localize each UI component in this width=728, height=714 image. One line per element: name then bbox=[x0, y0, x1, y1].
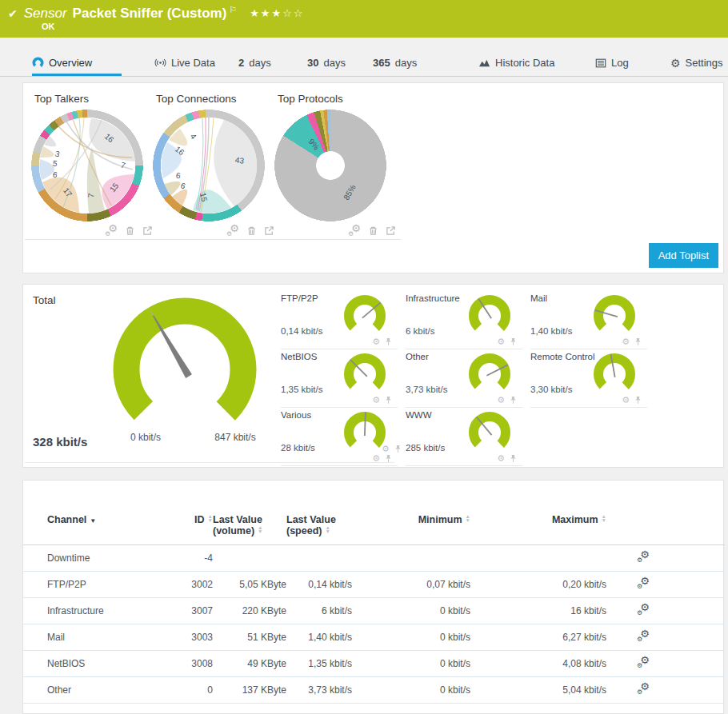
priority-stars[interactable]: ★★★☆☆ bbox=[250, 7, 304, 19]
channel-gauges-grid: FTP/P2P 0,14 kbit/s ⚙ Infrastructure 6 k… bbox=[281, 291, 655, 466]
live-signal-icon bbox=[154, 57, 166, 69]
table-row-mail: Mail 3003 51 KByte 1,40 kbit/s 0 kbit/s … bbox=[23, 624, 725, 651]
channel-title: Other bbox=[406, 352, 429, 361]
chord-value-label: 5 bbox=[52, 159, 58, 169]
gear-icon[interactable]: ⚙ bbox=[622, 337, 630, 346]
channel-value: 1,40 kbit/s bbox=[530, 326, 572, 336]
column-header-maximum[interactable]: Maximum▲▼ bbox=[470, 481, 606, 545]
channel-value: 28 kbit/s bbox=[281, 443, 315, 453]
pin-icon[interactable] bbox=[384, 454, 393, 463]
channel-title: NetBIOS bbox=[281, 352, 317, 361]
channel-gauge bbox=[593, 353, 636, 396]
table-row-downtime: Downtime -4 ⚙⚙ bbox=[23, 545, 725, 572]
channel-settings-icon[interactable]: ⚙⚙ bbox=[637, 577, 650, 589]
toplist-title: Top Talkers bbox=[26, 93, 156, 105]
open-external-icon[interactable] bbox=[386, 225, 396, 236]
column-header-minimum[interactable]: Minimum▲▼ bbox=[352, 481, 470, 545]
delete-icon[interactable] bbox=[368, 225, 378, 236]
channel-settings-icon[interactable]: ⚙⚙ bbox=[637, 604, 650, 616]
last-value-volume: 137 KByte bbox=[213, 677, 286, 704]
tab-log[interactable]: Log bbox=[595, 57, 629, 69]
toplist-card-top-connections: Top Connections 43 15 6 6 16 4 ⚙ bbox=[146, 90, 279, 240]
top-talkers-chord-chart[interactable]: 16 7 15 7 17 6 5 3 bbox=[31, 110, 143, 221]
pin-icon[interactable] bbox=[634, 396, 642, 405]
gauge-icon bbox=[32, 57, 44, 69]
toplist-settings-icon[interactable]: ⚙⚙ bbox=[105, 225, 118, 237]
tab-365-days[interactable]: 365 days bbox=[373, 57, 417, 69]
channel-gauge bbox=[343, 294, 386, 337]
maximum-value: 6,27 kbit/s bbox=[470, 624, 606, 651]
channel-tools: ⚙ bbox=[372, 454, 393, 463]
pin-icon[interactable] bbox=[509, 337, 518, 346]
total-gauge-value: 328 kbit/s bbox=[33, 435, 87, 449]
tab-30-days[interactable]: 30 days bbox=[307, 57, 346, 69]
channel-tools: ⚙ bbox=[497, 454, 518, 463]
tab-overview[interactable]: Overview bbox=[32, 57, 92, 69]
channel-settings-icon[interactable]: ⚙⚙ bbox=[637, 551, 650, 563]
top-protocols-donut-chart[interactable]: 85% 9% bbox=[274, 110, 386, 221]
last-value-volume: 49 KByte bbox=[213, 651, 286, 677]
gear-icon[interactable]: ⚙ bbox=[372, 337, 380, 346]
channel-name: Mail bbox=[23, 624, 163, 651]
gear-icon[interactable]: ⚙ bbox=[497, 396, 505, 405]
channel-value: 6 kbit/s bbox=[406, 326, 434, 336]
channel-gauge bbox=[593, 294, 636, 337]
donut-chart-ring bbox=[274, 110, 386, 221]
channel-gauge-ftp-p2p: FTP/P2P 0,14 kbit/s ⚙ bbox=[281, 291, 398, 349]
toplist-settings-icon[interactable]: ⚙⚙ bbox=[226, 225, 239, 237]
sensor-kind-label: Sensor bbox=[24, 6, 67, 22]
channel-settings-icon[interactable]: ⚙⚙ bbox=[637, 630, 650, 642]
channel-title: Infrastructure bbox=[406, 293, 460, 303]
tab-2-days[interactable]: 2 days bbox=[238, 57, 271, 69]
add-toplist-button[interactable]: Add Toplist bbox=[649, 243, 718, 268]
tab-live-data[interactable]: Live Data bbox=[154, 57, 215, 69]
tab-unit: days bbox=[395, 57, 417, 69]
toplist-card-top-protocols: Top Protocols 85% 9% ⚙⚙ bbox=[268, 90, 401, 240]
gear-icon[interactable]: ⚙ bbox=[497, 337, 505, 346]
channel-gauge bbox=[468, 294, 511, 337]
channel-name: Downtime bbox=[23, 545, 163, 572]
channel-settings-icon[interactable]: ⚙⚙ bbox=[637, 683, 650, 695]
gear-icon[interactable]: ⚙ bbox=[372, 454, 380, 463]
sort-icon: ▲▼ bbox=[258, 525, 262, 533]
channel-name: FTP/P2P bbox=[23, 572, 163, 598]
delete-icon[interactable] bbox=[125, 225, 135, 236]
channel-tools: ⚙ bbox=[622, 396, 642, 405]
gear-icon[interactable]: ⚙ bbox=[497, 454, 505, 463]
sort-icon: ▲▼ bbox=[466, 514, 470, 522]
pin-icon[interactable] bbox=[509, 454, 518, 463]
channel-gauge bbox=[468, 411, 511, 454]
minimum-value: 0 kbit/s bbox=[352, 677, 470, 704]
top-connections-chord-chart[interactable]: 43 15 6 6 16 4 bbox=[153, 110, 265, 221]
last-value-volume: 5,05 KByte bbox=[213, 572, 286, 598]
minimum-value: 0 kbit/s bbox=[352, 624, 470, 651]
column-header-id[interactable]: ID▲▼ bbox=[163, 481, 213, 545]
last-value-speed bbox=[286, 545, 352, 572]
table-row-netbios: NetBIOS 3008 49 KByte 1,35 kbit/s 0 kbit… bbox=[23, 651, 725, 677]
channel-settings-icon[interactable]: ⚙⚙ bbox=[637, 656, 650, 668]
pin-icon[interactable] bbox=[634, 337, 642, 346]
pin-icon[interactable] bbox=[384, 396, 393, 405]
flag-icon[interactable]: ⚐ bbox=[229, 5, 237, 15]
gear-icon[interactable]: ⚙ bbox=[372, 396, 380, 405]
log-list-icon bbox=[595, 58, 606, 69]
toplist-settings-icon[interactable]: ⚙⚙ bbox=[348, 225, 361, 237]
tab-historic-data[interactable]: Historic Data bbox=[478, 57, 554, 69]
gauges-panel: Total 0 kbit/s 847 kbit/s 328 kbit/s ⚙ F… bbox=[22, 284, 724, 468]
column-header-last-value-speed[interactable]: Last Value (speed)▲▼ bbox=[286, 481, 352, 545]
toplist-card-top-talkers: Top Talkers 16 7 15 7 17 bbox=[25, 90, 158, 240]
channel-gauge-infrastructure: Infrastructure 6 kbit/s ⚙ bbox=[406, 291, 522, 349]
column-header-last-value-volume[interactable]: Last Value (volume)▲▼ bbox=[213, 481, 286, 545]
channel-value: 1,35 kbit/s bbox=[281, 385, 322, 394]
delete-icon[interactable] bbox=[246, 225, 257, 236]
column-header-channel[interactable]: Channel▼ bbox=[23, 481, 163, 545]
channel-gauge-remote-control: Remote Control 3,30 kbit/s ⚙ bbox=[530, 349, 647, 408]
pin-icon[interactable] bbox=[509, 396, 518, 405]
channel-id: 3008 bbox=[163, 651, 213, 677]
chord-ring bbox=[153, 110, 265, 221]
gear-icon[interactable]: ⚙ bbox=[622, 396, 630, 405]
chord-value-label: 15 bbox=[198, 192, 209, 202]
tab-label: Overview bbox=[49, 57, 92, 69]
pin-icon[interactable] bbox=[384, 337, 393, 346]
tab-settings[interactable]: ⚙ Settings bbox=[670, 57, 723, 69]
